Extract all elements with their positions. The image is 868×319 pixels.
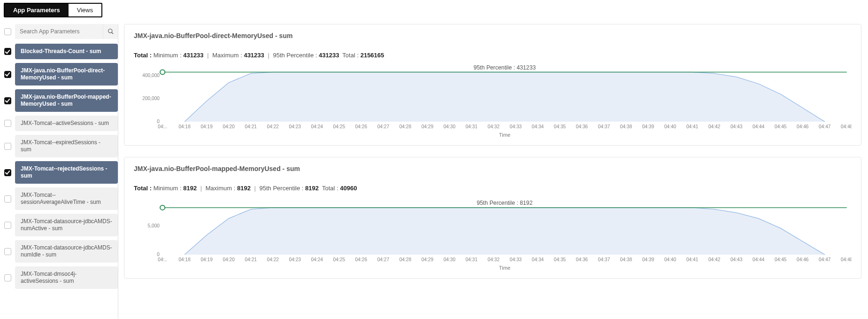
svg-text:04:48: 04:48 <box>841 257 852 262</box>
svg-text:04:19: 04:19 <box>200 124 213 129</box>
svg-text:04:41: 04:41 <box>686 124 699 129</box>
param-checkbox[interactable] <box>4 143 11 150</box>
sidebar-item-param[interactable]: JMX-Tomcat-dmsoc4j-activeSessions - sum <box>15 266 118 289</box>
svg-text:04:24: 04:24 <box>311 257 323 262</box>
svg-text:04:32: 04:32 <box>488 257 500 262</box>
chart-title: JMX-java.nio-BufferPool-direct-MemoryUse… <box>134 32 852 39</box>
svg-point-3 <box>160 70 165 75</box>
sidebar-item-param[interactable]: JMX-Tomcat--rejectedSessions - sum <box>15 161 118 184</box>
select-all-checkbox[interactable] <box>4 28 11 35</box>
svg-text:Time: Time <box>499 132 510 138</box>
svg-text:04:38: 04:38 <box>620 257 632 262</box>
svg-point-42 <box>160 205 165 210</box>
tab-views[interactable]: Views <box>69 4 101 16</box>
svg-line-1 <box>111 32 113 34</box>
svg-text:04:30: 04:30 <box>444 257 456 262</box>
param-checkbox[interactable] <box>4 48 11 55</box>
svg-text:04:37: 04:37 <box>598 257 610 262</box>
chart-plot[interactable]: 95th Percentile : 819204:..04:1804:1904:… <box>134 198 852 273</box>
svg-text:04:36: 04:36 <box>576 257 588 262</box>
svg-text:04:33: 04:33 <box>510 257 522 262</box>
sidebar-item-param[interactable]: JMX-Tomcat--activeSessions - sum <box>15 116 118 131</box>
svg-text:95th Percentile : 8192: 95th Percentile : 8192 <box>477 200 533 206</box>
svg-text:04:41: 04:41 <box>686 257 699 262</box>
svg-text:04:43: 04:43 <box>730 124 743 129</box>
param-checkbox[interactable] <box>4 169 11 176</box>
param-checkbox[interactable] <box>4 97 11 104</box>
parameter-list: Blocked-Threads-Count - sumJMX-java.nio-… <box>4 44 118 289</box>
tab-app-parameters[interactable]: App Parameters <box>5 4 69 16</box>
svg-text:04:26: 04:26 <box>355 124 368 129</box>
svg-point-0 <box>108 29 112 33</box>
main-content: JMX-java.nio-BufferPool-direct-MemoryUse… <box>124 24 868 319</box>
svg-text:04:18: 04:18 <box>178 257 191 262</box>
svg-text:04:25: 04:25 <box>333 124 346 129</box>
svg-text:04:40: 04:40 <box>664 124 676 129</box>
sidebar-item-param[interactable]: JMX-Tomcat--sessionAverageAliveTime - su… <box>15 187 118 210</box>
svg-text:04:31: 04:31 <box>466 124 478 129</box>
svg-text:04:30: 04:30 <box>444 124 456 129</box>
search-box <box>15 24 118 39</box>
param-checkbox[interactable] <box>4 71 11 78</box>
param-checkbox[interactable] <box>4 120 11 127</box>
svg-text:04:42: 04:42 <box>708 257 721 262</box>
chart-plot[interactable]: 95th Percentile : 43123304:..04:1804:190… <box>134 65 852 140</box>
svg-text:Time: Time <box>499 265 510 271</box>
svg-text:04:24: 04:24 <box>311 124 323 129</box>
svg-text:04:39: 04:39 <box>642 257 654 262</box>
svg-text:04:18: 04:18 <box>178 124 191 129</box>
sidebar-item-param[interactable]: Blocked-Threads-Count - sum <box>15 44 118 59</box>
svg-text:04:21: 04:21 <box>245 257 257 262</box>
svg-text:04:39: 04:39 <box>642 124 654 129</box>
svg-text:04:43: 04:43 <box>730 257 743 262</box>
svg-text:04:44: 04:44 <box>753 257 765 262</box>
search-icon <box>108 28 114 35</box>
svg-text:04:45: 04:45 <box>775 124 787 129</box>
svg-text:04:46: 04:46 <box>797 124 809 129</box>
chart-title: JMX-java.nio-BufferPool-mapped-MemoryUse… <box>134 165 852 172</box>
svg-text:04:..: 04:.. <box>158 124 167 129</box>
sidebar-item-param[interactable]: JMX-Tomcat--expiredSessions - sum <box>15 135 118 157</box>
chart-card: JMX-java.nio-BufferPool-mapped-MemoryUse… <box>124 157 861 279</box>
param-checkbox[interactable] <box>4 274 11 281</box>
param-checkbox[interactable] <box>4 195 11 202</box>
svg-text:04:28: 04:28 <box>399 257 412 262</box>
svg-text:04:32: 04:32 <box>488 124 500 129</box>
svg-text:0: 0 <box>157 252 160 257</box>
svg-text:04:38: 04:38 <box>620 124 632 129</box>
svg-text:04:35: 04:35 <box>554 257 566 262</box>
svg-text:04:27: 04:27 <box>377 124 390 129</box>
svg-text:04:23: 04:23 <box>289 124 301 129</box>
svg-text:04:42: 04:42 <box>708 124 721 129</box>
chart-stats: Total : Minimum : 431233 | Maximum : 431… <box>134 52 852 59</box>
top-tabs: App Parameters Views <box>4 3 102 17</box>
svg-text:04:25: 04:25 <box>333 257 346 262</box>
svg-text:04:29: 04:29 <box>422 124 434 129</box>
svg-text:0: 0 <box>157 119 160 124</box>
param-checkbox[interactable] <box>4 222 11 229</box>
svg-text:04:47: 04:47 <box>819 257 831 262</box>
svg-text:04:20: 04:20 <box>223 257 235 262</box>
svg-text:04:20: 04:20 <box>223 124 235 129</box>
svg-text:04:40: 04:40 <box>664 257 676 262</box>
svg-text:04:19: 04:19 <box>200 257 213 262</box>
svg-text:04:37: 04:37 <box>598 124 610 129</box>
svg-text:04:21: 04:21 <box>245 124 257 129</box>
svg-text:04:48: 04:48 <box>841 124 852 129</box>
svg-text:04:22: 04:22 <box>267 257 279 262</box>
svg-text:200,000: 200,000 <box>142 96 160 101</box>
svg-text:04:28: 04:28 <box>399 124 412 129</box>
sidebar-item-param[interactable]: JMX-java.nio-BufferPool-direct-MemoryUse… <box>15 63 118 86</box>
svg-text:04:46: 04:46 <box>797 257 809 262</box>
param-checkbox[interactable] <box>4 248 11 255</box>
search-input[interactable] <box>15 24 103 39</box>
svg-text:04:22: 04:22 <box>267 124 279 129</box>
search-button[interactable] <box>103 24 118 39</box>
sidebar-item-param[interactable]: JMX-java.nio-BufferPool-mapped-MemoryUse… <box>15 89 118 112</box>
sidebar-item-param[interactable]: JMX-Tomcat-datasource-jdbcAMDS-numActive… <box>15 214 118 236</box>
svg-text:04:23: 04:23 <box>289 257 301 262</box>
sidebar: Blocked-Threads-Count - sumJMX-java.nio-… <box>0 24 118 319</box>
svg-text:04:35: 04:35 <box>554 124 566 129</box>
svg-text:04:34: 04:34 <box>532 257 544 262</box>
sidebar-item-param[interactable]: JMX-Tomcat-datasource-jdbcAMDS-numIdle -… <box>15 240 118 263</box>
